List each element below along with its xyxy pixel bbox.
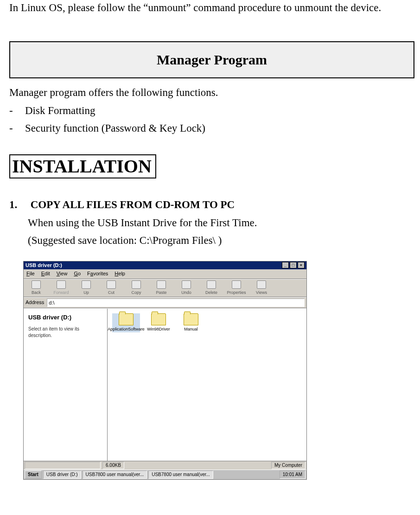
title-bar: USB driver (D:) _ □ × [24,261,306,269]
dash-icon: - [9,103,18,118]
undo-icon [182,280,191,289]
copy-button[interactable]: Copy [126,280,147,296]
folder-icon [119,313,134,325]
window-controls: _ □ × [282,262,305,268]
status-size: 6.00KB [102,462,124,469]
cut-button[interactable]: Cut [101,280,122,296]
step-number: 1. [9,197,28,212]
left-pane-hint: Select an item to view its description. [28,326,102,339]
delete-icon [207,280,216,289]
back-icon [32,280,41,289]
toolbar: Back Forward Up Cut Copy Paste Undo Dele… [24,279,306,297]
folder-label: Win98Driver [147,326,170,332]
step-title: COPY ALL FILES FROM CD-ROM TO PC [31,199,235,210]
explorer-screenshot: USB driver (D:) _ □ × FFileile Edit View… [23,261,307,480]
menu-view[interactable]: View [57,270,68,278]
step-body-line: (Suggested save location: C:\Program Fil… [28,233,414,248]
folder-item[interactable]: ApplicationSoftware [112,313,140,332]
taskbar-task[interactable]: USB7800 user manual(ver... [83,470,147,479]
list-item-label: Disk Formatting [25,103,95,118]
menu-file[interactable]: FFileile [26,270,35,278]
menu-favorites[interactable]: Favorites [87,270,108,278]
paste-button[interactable]: Paste [151,280,172,296]
address-bar: Address [24,297,306,308]
start-button[interactable]: Start [25,470,42,479]
system-tray-clock: 10:01 AM [280,470,305,479]
menu-edit[interactable]: Edit [41,270,50,278]
list-item-label: Security function (Password & Key Lock) [25,121,205,136]
section-title: Manager Program [157,52,267,67]
minimize-button[interactable]: _ [282,262,289,268]
properties-icon [232,280,241,289]
menu-go[interactable]: Go [74,270,81,278]
step-body-line: When using the USB Instant Drive for the… [28,215,414,230]
installation-heading-text: INSTALLATION [12,156,152,177]
step-body: When using the USB Instant Drive for the… [28,215,414,248]
title-bar-text: USB driver (D:) [25,261,62,269]
folder-item[interactable]: Manual [177,313,205,332]
maximize-button[interactable]: □ [290,262,297,268]
functions-list: - Disk Formatting - Security function (P… [9,102,414,137]
folder-label: Manual [184,326,198,332]
paste-icon [157,280,166,289]
delete-button[interactable]: Delete [201,280,222,296]
section-title-box: Manager Program [9,41,414,78]
folder-icon [184,313,198,325]
status-cell [25,462,101,469]
cut-icon [107,280,116,289]
undo-button[interactable]: Undo [176,280,197,296]
folder-label: ApplicationSoftware [108,326,145,332]
views-icon [257,280,266,289]
document-page: In Linux OS, please follow the “unmount”… [0,0,420,484]
menu-bar: FFileile Edit View Go Favorites Help [24,269,306,279]
folder-view[interactable]: ApplicationSoftware Win98Driver Manual [108,309,306,461]
taskbar-task[interactable]: USB driver (D:) [43,470,81,479]
list-item: - Security function (Password & Key Lock… [9,120,414,137]
forward-button[interactable]: Forward [51,280,72,296]
step-1: 1. COPY ALL FILES FROM CD-ROM TO PC [9,197,414,212]
taskbar: Start USB driver (D:) USB7800 user manua… [24,470,306,479]
installation-heading: INSTALLATION [9,154,156,178]
close-button[interactable]: × [298,262,305,268]
address-input[interactable] [47,299,305,307]
intro-paragraph: Manager program offers the following fun… [9,85,414,100]
status-location: My Computer [271,462,305,469]
copy-icon [132,280,141,289]
list-item: - Disk Formatting [9,102,414,119]
folder-item[interactable]: Win98Driver [145,313,172,332]
lead-paragraph: In Linux OS, please follow the “unmount”… [9,0,414,15]
up-button[interactable]: Up [76,280,97,296]
left-pane-title: USB driver (D:) [28,313,102,322]
address-label: Address [25,299,44,306]
menu-help[interactable]: Help [115,270,125,278]
forward-icon [57,280,66,289]
properties-button[interactable]: Properties [226,280,247,296]
views-button[interactable]: Views [251,280,272,296]
explorer-body: USB driver (D:) Select an item to view i… [24,308,306,461]
dash-icon: - [9,121,18,136]
left-pane: USB driver (D:) Select an item to view i… [24,309,108,461]
back-button[interactable]: Back [25,280,47,296]
folder-icon [151,313,166,325]
status-bar: 6.00KB My Computer [24,461,306,470]
taskbar-task[interactable]: USB7800 user manual(ver... [148,470,213,479]
up-icon [82,280,91,289]
